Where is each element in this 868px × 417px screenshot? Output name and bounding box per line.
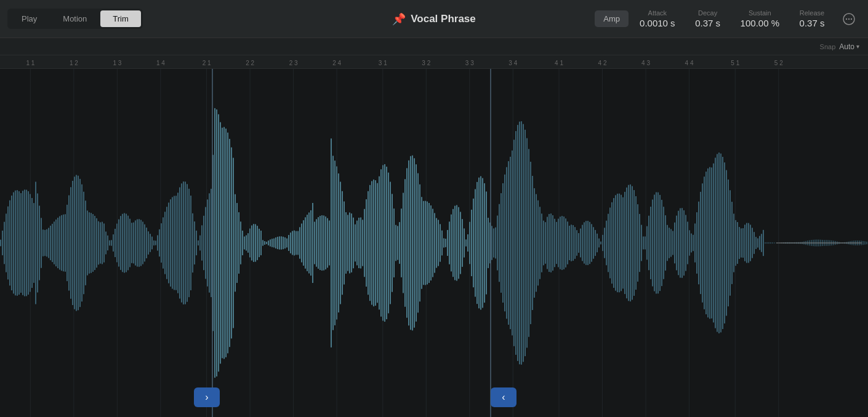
release-param: Release 0.37 s: [790, 7, 834, 31]
attack-label: Attack: [648, 9, 667, 17]
tab-trim[interactable]: Trim: [100, 10, 141, 27]
pin-icon: 📌: [392, 12, 406, 26]
ruler-tick: 5 2: [774, 60, 783, 66]
snap-chevron-icon: ▾: [856, 43, 859, 50]
main-content: Snap Auto ▾ 1 11 21 31 42 12 22 32 43 13…: [0, 38, 868, 417]
release-value[interactable]: 0.37 s: [800, 18, 825, 28]
ruler-tick: 2 2: [246, 60, 254, 66]
decay-value[interactable]: 0.37 s: [695, 18, 720, 28]
sustain-value[interactable]: 100.00 %: [741, 18, 779, 28]
top-bar: Play Motion Trim 📌 Vocal Phrase Amp Atta…: [0, 0, 868, 38]
track-title: Vocal Phrase: [411, 13, 476, 25]
ruler-tick: 3 4: [508, 60, 517, 66]
tab-play[interactable]: Play: [9, 10, 49, 27]
ruler-tick: 3 3: [465, 60, 474, 66]
attack-param: Attack 0.0010 s: [632, 7, 683, 31]
ruler-tick: 1 2: [70, 60, 78, 66]
svg-point-1: [846, 18, 847, 19]
snap-label: Snap: [820, 43, 836, 50]
timeline-ruler: 1 11 21 31 42 12 22 32 43 13 23 33 44 14…: [0, 55, 868, 69]
ruler-tick: 2 4: [332, 60, 341, 66]
ruler-tick: 3 2: [422, 60, 430, 66]
params-area: Amp Attack 0.0010 s Decay 0.37 s Sustain…: [595, 7, 861, 31]
nav-forward-button[interactable]: ›: [194, 387, 220, 407]
attack-value[interactable]: 0.0010 s: [640, 18, 675, 28]
decay-label: Decay: [698, 9, 717, 17]
ruler-tick: 2 3: [289, 60, 298, 66]
tab-motion[interactable]: Motion: [50, 10, 99, 27]
waveform-canvas: [0, 69, 868, 417]
tab-group: Play Motion Trim: [7, 9, 143, 29]
release-label: Release: [800, 9, 824, 17]
snap-value[interactable]: Auto: [839, 42, 854, 51]
ruler-tick: 1 3: [113, 60, 121, 66]
nav-back-button[interactable]: ‹: [491, 387, 516, 407]
ruler-tick: 3 1: [379, 60, 387, 66]
svg-point-3: [851, 18, 852, 19]
svg-point-2: [848, 18, 850, 19]
more-button[interactable]: [837, 10, 861, 28]
decay-param: Decay 0.37 s: [686, 7, 729, 31]
ruler-tick: 1 1: [26, 60, 34, 66]
ruler-tick: 4 4: [685, 60, 694, 66]
ruler-tick: 4 3: [641, 60, 650, 66]
title-area: 📌 Vocal Phrase: [392, 12, 476, 26]
ruler-tick: 5 1: [731, 60, 739, 66]
ruler-tick: 4 2: [598, 60, 607, 66]
snap-bar: Snap Auto ▾: [0, 38, 868, 55]
ruler-tick: 2 1: [203, 60, 211, 66]
ruler-tick: 1 4: [156, 60, 165, 66]
waveform-area[interactable]: › ‹: [0, 69, 868, 417]
ruler-tick: 4 1: [555, 60, 563, 66]
sustain-label: Sustain: [749, 9, 771, 17]
amp-button[interactable]: Amp: [595, 10, 629, 27]
sustain-param: Sustain 100.00 %: [733, 7, 787, 31]
